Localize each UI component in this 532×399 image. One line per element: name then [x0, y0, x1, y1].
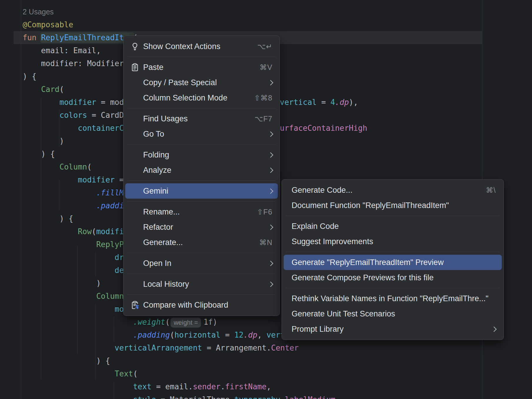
menu-item-label: Gemini: [143, 187, 261, 196]
menu-item-suggest-improvements[interactable]: Suggest Improvements: [282, 234, 503, 249]
code-token: vertical: [280, 98, 317, 107]
menu-item-generate-code[interactable]: Generate Code...⌘\: [282, 182, 503, 198]
menu-item-shortcut: ⌘N: [259, 238, 272, 247]
menu-item-gemini[interactable]: Gemini: [125, 183, 278, 199]
code-token: [23, 318, 133, 326]
code-token: ) {: [23, 150, 55, 158]
menu-item-copy-paste-special[interactable]: Copy / Paste Special: [123, 75, 280, 90]
icon-spacer: [130, 279, 140, 289]
menu-item-open-in[interactable]: Open In: [123, 256, 280, 271]
code-token: typography: [234, 395, 280, 399]
menu-item-generate-unit-test-scenarios[interactable]: Generate Unit Test Scenarios: [282, 306, 503, 321]
menu-item-label: Generate Compose Previews for this file: [292, 273, 496, 282]
menu-item-rethink-variable-names-in-function-replyemailthre[interactable]: Rethink Variable Names in Function "Repl…: [282, 291, 503, 306]
code-token: (: [87, 162, 92, 171]
code-token: [23, 331, 133, 339]
menu-item-prompt-library[interactable]: Prompt Library: [282, 321, 503, 337]
menu-separator: [282, 249, 503, 255]
code-token: colors: [59, 111, 87, 120]
menu-item-compare-with-clipboard[interactable]: Compare with Clipboard: [123, 297, 280, 313]
menu-item-generate-compose-previews-for-this-file[interactable]: Generate Compose Previews for this file: [282, 270, 503, 285]
code-token: ) {: [23, 356, 110, 365]
code-token: [23, 227, 78, 236]
code-token: [23, 395, 133, 399]
menu-item-paste[interactable]: Paste⌘V: [123, 60, 280, 75]
submenu-arrow-icon: [268, 131, 273, 137]
menu-item-shortcut: ⇧F6: [257, 208, 272, 216]
menu-item-folding[interactable]: Folding: [123, 147, 280, 162]
menu-item-go-to[interactable]: Go To: [123, 126, 280, 142]
menu-item-label: Rethink Variable Names in Function "Repl…: [292, 294, 496, 303]
code-token: sender: [193, 382, 220, 391]
code-token: ): [23, 279, 101, 288]
code-token: ,: [267, 382, 271, 391]
compare-clipboard-icon: [130, 300, 140, 310]
menu-item-column-selection-mode[interactable]: Column Selection Mode⇧⌘8: [123, 90, 280, 105]
code-token: ) {: [23, 72, 36, 81]
menu-item-label: Generate Code...: [292, 186, 478, 195]
menu-item-generate[interactable]: Generate...⌘N: [123, 235, 280, 250]
menu-item-label: Open In: [143, 259, 261, 268]
menu-item-label: Generate Unit Test Scenarios: [292, 309, 496, 318]
code-line: fun ReplyEmailThreadItem(: [23, 31, 138, 44]
menu-separator: [123, 250, 280, 256]
gemini-submenu: Generate Code...⌘\Document Function "Rep…: [282, 179, 504, 340]
menu-item-label: Go To: [143, 130, 261, 139]
menu-item-show-context-actions[interactable]: Show Context Actions⌥↵: [123, 39, 280, 54]
code-token: modifier: [59, 98, 96, 107]
menu-item-label: Folding: [143, 150, 261, 160]
icon-spacer: [130, 78, 140, 87]
gemini-sparkle-icon: [130, 186, 140, 196]
code-token: ,: [257, 331, 266, 339]
code-token: .: [280, 395, 285, 399]
code-token: .dp: [335, 98, 349, 107]
code-line: ) {: [23, 70, 36, 83]
icon-spacer: [130, 238, 140, 247]
code-line: ): [23, 135, 64, 147]
menu-item-find-usages[interactable]: Find Usages⌥F7: [123, 111, 280, 126]
code-line: style = MaterialTheme.typography.labelMe…: [23, 393, 335, 399]
code-line: ) {: [23, 354, 110, 367]
menu-item-generate-replyemailthreaditem-preview[interactable]: Generate "ReplyEmailThreadItem" Preview: [284, 255, 502, 270]
code-token: (: [170, 331, 175, 339]
code-line: verticalArrangement = Arrangement.Center: [23, 341, 299, 354]
submenu-arrow-icon: [491, 326, 496, 332]
code-token: [23, 382, 133, 391]
menu-item-label: Rename...: [143, 207, 249, 217]
code-token: Row: [78, 227, 92, 236]
code-token: 12: [234, 331, 243, 339]
menu-item-shortcut: ⌥↵: [257, 42, 272, 51]
code-line: vertical = 4.dp),: [280, 96, 358, 109]
menu-item-analyze[interactable]: Analyze: [123, 162, 280, 178]
menu-item-refactor[interactable]: Refactor: [123, 219, 280, 235]
code-line: ) {: [23, 147, 55, 160]
code-token: =: [317, 98, 330, 107]
paste-icon: [130, 63, 140, 72]
code-token: =: [220, 331, 234, 339]
ide-screen: { "colors": { "editor_background": "#1E1…: [0, 0, 532, 399]
menu-separator: [282, 213, 503, 219]
menu-separator: [123, 199, 280, 204]
menu-item-explain-code[interactable]: Explain Code: [282, 219, 503, 234]
inlay-hint-pill: weight =: [170, 318, 201, 328]
code-token: [23, 369, 115, 378]
icon-spacer: [130, 93, 140, 103]
code-line: text = email.sender.firstName,: [23, 380, 271, 393]
code-token: 2 Usages: [23, 8, 54, 16]
code-line: .padding(: [23, 199, 138, 212]
code-token: Center: [271, 343, 299, 352]
menu-item-document-function-replyemailthreaditem[interactable]: Document Function "ReplyEmailThreadItem": [282, 198, 503, 213]
icon-spacer: [130, 129, 140, 139]
code-token: (: [165, 318, 170, 326]
menu-separator: [282, 285, 503, 291]
code-token: (: [92, 227, 96, 236]
code-token: Card: [41, 85, 60, 94]
code-token: 1f): [203, 318, 217, 326]
menu-item-shortcut: ⌘\: [486, 186, 496, 195]
code-token: (: [59, 85, 64, 94]
code-token: firstName: [225, 382, 267, 391]
menu-item-label: Compare with Clipboard: [143, 301, 272, 310]
icon-spacer: [130, 114, 140, 123]
menu-item-local-history[interactable]: Local History: [123, 276, 280, 292]
menu-item-rename[interactable]: Rename...⇧F6: [123, 204, 280, 219]
